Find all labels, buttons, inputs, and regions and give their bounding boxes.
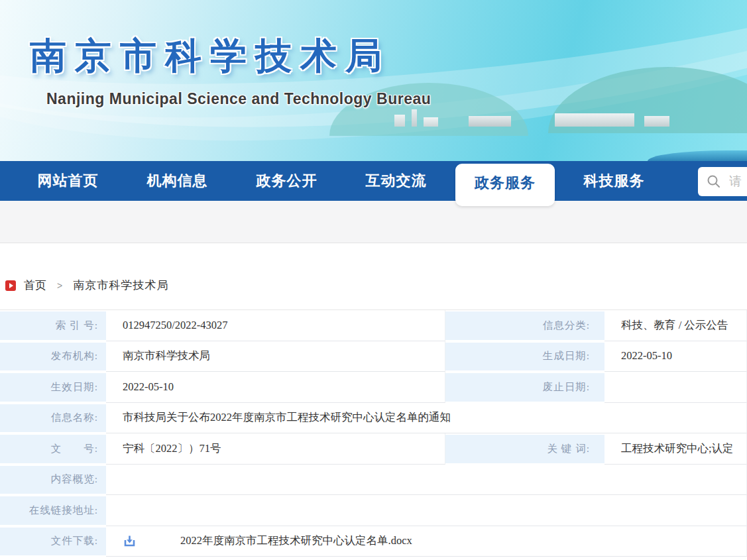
nav-item-tech-services[interactable]: 科技服务 xyxy=(559,161,669,201)
download-file-link[interactable]: 2022年度南京市工程技术研究中心认定名单.docx xyxy=(180,533,412,548)
nav-item-gov-services[interactable]: 政务服务 xyxy=(455,164,555,206)
nav-item-gov-disclosure[interactable]: 政务公开 xyxy=(232,161,341,201)
banner-landscape-art xyxy=(336,68,747,161)
download-icon[interactable] xyxy=(123,534,137,548)
breadcrumb: 首页 > 南京市科学技术局 xyxy=(5,278,168,293)
subnav-strip xyxy=(0,201,747,243)
search-icon xyxy=(707,174,721,189)
value-file-download: 2022年度南京市工程技术研究中心认定名单.docx xyxy=(106,526,747,557)
label-effective-date: 生效日期: xyxy=(0,372,106,403)
site-title: 南京市科学技术局 xyxy=(30,32,390,81)
main-nav: 网站首页 机构信息 政务公开 互动交流 政务服务 科技服务 xyxy=(0,161,747,201)
value-online-link xyxy=(106,495,747,526)
label-online-link: 在线链接地址: xyxy=(0,495,106,526)
label-publisher: 发布机构: xyxy=(0,341,106,372)
value-index-number: 012947250/2022-43027 xyxy=(106,310,445,341)
value-expire-date xyxy=(604,372,747,403)
value-info-category: 科技、教育 / 公示公告 xyxy=(604,310,747,341)
value-effective-date: 2022-05-10 xyxy=(106,372,445,403)
label-index-number: 索 引 号: xyxy=(0,310,106,341)
label-expire-date: 废止日期: xyxy=(445,372,604,403)
label-file-download: 文件下载: xyxy=(0,526,106,557)
info-table: 索 引 号: 012947250/2022-43027 信息分类: 科技、教育 … xyxy=(0,309,747,557)
value-keywords: 工程技术研究中心;认定 xyxy=(604,433,747,465)
nav-item-org-info[interactable]: 机构信息 xyxy=(123,161,232,201)
search-box[interactable] xyxy=(698,167,747,196)
value-publisher: 南京市科学技术局 xyxy=(106,341,445,372)
label-content-overview: 内容概览: xyxy=(0,465,106,496)
header-banner: 南京市科学技术局 Nanjing Municipal Science and T… xyxy=(0,0,747,161)
page-root: 南京市科学技术局 Nanjing Municipal Science and T… xyxy=(0,0,747,560)
breadcrumb-current: 南京市科学技术局 xyxy=(73,278,168,293)
value-generate-date: 2022-05-10 xyxy=(604,341,747,372)
breadcrumb-home-link[interactable]: 首页 xyxy=(24,278,46,293)
search-input[interactable] xyxy=(729,174,747,189)
nav-item-home[interactable]: 网站首页 xyxy=(13,161,123,201)
label-keywords: 关 键 词: xyxy=(445,433,604,465)
label-doc-number: 文 号: xyxy=(0,433,106,465)
value-info-name: 市科技局关于公布2022年度南京市工程技术研究中心认定名单的通知 xyxy=(106,403,747,434)
label-info-category: 信息分类: xyxy=(445,310,604,341)
label-generate-date: 生成日期: xyxy=(445,341,604,372)
breadcrumb-separator: > xyxy=(57,280,62,291)
site-subtitle: Nanjing Municipal Science and Technology… xyxy=(46,90,431,108)
nav-item-interaction[interactable]: 互动交流 xyxy=(341,161,451,201)
play-icon xyxy=(5,280,16,291)
label-info-name: 信息名称: xyxy=(0,403,106,434)
value-doc-number: 宁科〔2022〕）71号 xyxy=(106,433,445,465)
value-content-overview xyxy=(106,465,747,496)
